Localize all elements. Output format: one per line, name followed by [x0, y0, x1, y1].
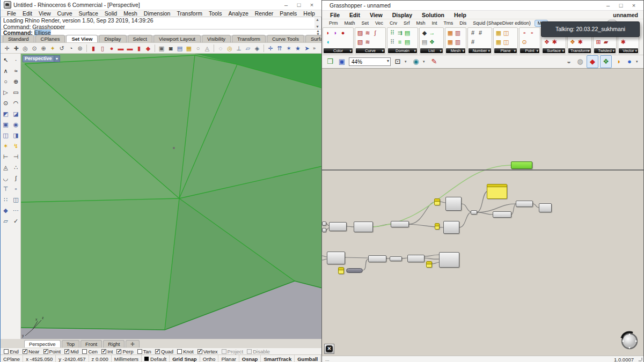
category-tab-vec[interactable]: Vec	[372, 20, 386, 26]
sidebar-tool-icon[interactable]: ▷	[3, 87, 8, 97]
toolbar-icon[interactable]: ↺	[57, 43, 66, 53]
panel-expand-icon[interactable]: ▾	[514, 48, 516, 53]
panel-node[interactable]	[434, 198, 440, 205]
toolbar-icon[interactable]: ◌	[216, 43, 225, 53]
category-tab-math[interactable]: Math	[342, 20, 358, 26]
sidebar-tool-icon[interactable]: ▱	[3, 216, 8, 226]
preview-eye-icon[interactable]: ◉	[411, 56, 421, 68]
checkbox[interactable]: ✓	[43, 349, 48, 354]
sidebar-tool-icon[interactable]: ◠	[13, 98, 19, 108]
toolbar-icon[interactable]: ⊕	[39, 43, 48, 53]
component-icon[interactable]: ◫	[502, 28, 510, 38]
category-tab-int[interactable]: Int	[429, 20, 440, 26]
menu-item-edit[interactable]: Edit	[345, 12, 365, 18]
panel-expand-icon[interactable]: ▾	[462, 48, 464, 53]
status-z-0-000[interactable]: z 0.000	[89, 355, 112, 362]
component-node[interactable]	[516, 201, 533, 207]
component-icon[interactable]: ⇉	[396, 28, 404, 38]
sidebar-tool-icon[interactable]: ◩	[3, 109, 8, 119]
zoom-level-input[interactable]	[349, 57, 391, 66]
component-node[interactable]	[322, 228, 326, 232]
grasshopper-canvas[interactable]: ✕	[322, 69, 643, 356]
sidebar-tool-icon[interactable]: ✓	[13, 216, 18, 226]
panel-label[interactable]: List▾	[420, 48, 443, 53]
sidebar-tool-icon[interactable]: ✶	[3, 141, 8, 151]
toolbar-tab-transform[interactable]: Transform	[232, 35, 266, 42]
viewport-tab-right[interactable]: Right	[103, 340, 125, 348]
sidebar-tool-icon[interactable]: ◫	[3, 130, 8, 140]
toolbar-tab-select[interactable]: Select	[128, 35, 152, 42]
component-icon[interactable]: ▰	[602, 38, 610, 47]
component-icon[interactable]: ✱	[576, 38, 584, 47]
history-scrollbar[interactable]: ▲▼	[314, 18, 320, 28]
category-tab-prm[interactable]: Prm	[326, 20, 341, 26]
preview-off-icon[interactable]: ◒	[564, 56, 574, 68]
panel-node[interactable]	[435, 223, 440, 230]
component-icon[interactable]: ◗	[332, 28, 339, 38]
minimize-button[interactable]: –	[602, 1, 614, 10]
component-icon[interactable]: ✱	[551, 38, 558, 47]
toolbar-tab-standard[interactable]: Standard	[3, 35, 34, 42]
menu-item-curve[interactable]: Curve	[54, 10, 76, 17]
status-default[interactable]: Default	[142, 355, 170, 362]
status-y-2420-457[interactable]: y -2420.457	[56, 355, 89, 362]
category-tab-crv[interactable]: Crv	[387, 20, 400, 26]
sidebar-tool-icon[interactable]: ∧	[3, 66, 8, 76]
menu-item-dimension[interactable]: Dimension	[141, 10, 174, 17]
display-blueprint-icon[interactable]: ◑	[613, 56, 623, 68]
toolbar-icon[interactable]: ⊙	[30, 43, 39, 53]
sidebar-tool-icon[interactable]: ≈	[14, 66, 17, 76]
panel-expand-icon[interactable]: ▾	[612, 48, 614, 53]
panel-expand-icon[interactable]: ▾	[635, 48, 637, 53]
panel-expand-icon[interactable]: ▾	[488, 48, 490, 53]
component-icon[interactable]: ❖	[569, 38, 576, 47]
toolbar-icon[interactable]: ◎	[21, 43, 30, 53]
menu-item-view[interactable]: View	[365, 12, 387, 18]
component-icon[interactable]: ⊞	[595, 38, 602, 47]
toolbar-icon[interactable]: ▱	[244, 43, 252, 53]
status-grid-snap[interactable]: Grid Snap	[170, 355, 200, 362]
panel-label[interactable]: Twisted Box▾	[594, 48, 616, 53]
viewport-tab-perspective[interactable]: Perspective	[24, 340, 61, 348]
preview-wireframe-icon[interactable]: ◍	[575, 56, 585, 68]
panel-label[interactable]: Curve▾	[356, 48, 385, 53]
menu-item-edit[interactable]: Edit	[19, 10, 35, 17]
toolbar-icon[interactable]: ⇈	[275, 43, 284, 53]
menu-item-surface[interactable]: Surface	[76, 10, 101, 17]
toolbar-icon[interactable]: ◙	[166, 43, 175, 53]
component-icon[interactable]: ▦	[495, 38, 502, 47]
menu-item-solid[interactable]: Solid	[101, 10, 120, 17]
save-file-icon[interactable]: ▣	[337, 56, 347, 68]
sidebar-tool-icon[interactable]: ◉	[13, 120, 19, 129]
component-icon[interactable]: ▧	[356, 38, 364, 47]
sidebar-tool-icon[interactable]: ·	[15, 55, 17, 65]
status-x-4525-050[interactable]: x -4525.050	[23, 355, 56, 362]
component-icon[interactable]: #	[477, 28, 484, 38]
menu-item-tools[interactable]: Tools	[206, 10, 225, 17]
component-icon[interactable]: ◖	[324, 38, 332, 47]
panel-expand-icon[interactable]: ▾	[382, 48, 384, 53]
component-node[interactable]	[390, 256, 402, 261]
component-icon[interactable]: ⊙	[521, 38, 528, 47]
viewport-tab-[interactable]: ✛	[126, 340, 140, 348]
checkbox[interactable]	[82, 349, 87, 354]
checkbox[interactable]: ✓	[155, 349, 160, 354]
chevron-down-icon[interactable]: ▾	[405, 60, 409, 64]
toolbar-icon[interactable]: ⊥	[235, 43, 243, 53]
menu-item-file[interactable]: File	[325, 12, 345, 18]
component-icon[interactable]: ▦	[447, 38, 454, 47]
panel-expand-icon[interactable]: ▾	[440, 48, 442, 53]
component-icon[interactable]: #	[469, 28, 477, 38]
sidebar-tool-icon[interactable]: ⊙	[3, 98, 8, 108]
toolbar-icon[interactable]: ◬	[203, 43, 211, 53]
menu-item-render[interactable]: Render	[252, 10, 276, 17]
panel-label[interactable]: Number▾	[469, 48, 491, 53]
menu-item-transform[interactable]: Transform	[173, 10, 205, 17]
menu-item-analyze[interactable]: Analyze	[225, 10, 251, 17]
category-tab-set[interactable]: Set	[359, 20, 372, 26]
component-icon[interactable]: ∫	[371, 28, 379, 38]
toolbar-tab-display[interactable]: Display	[99, 35, 126, 42]
component-icon[interactable]: ❖	[428, 38, 436, 47]
open-file-icon[interactable]: ❒	[325, 56, 335, 68]
menu-item-file[interactable]: File	[4, 10, 19, 17]
